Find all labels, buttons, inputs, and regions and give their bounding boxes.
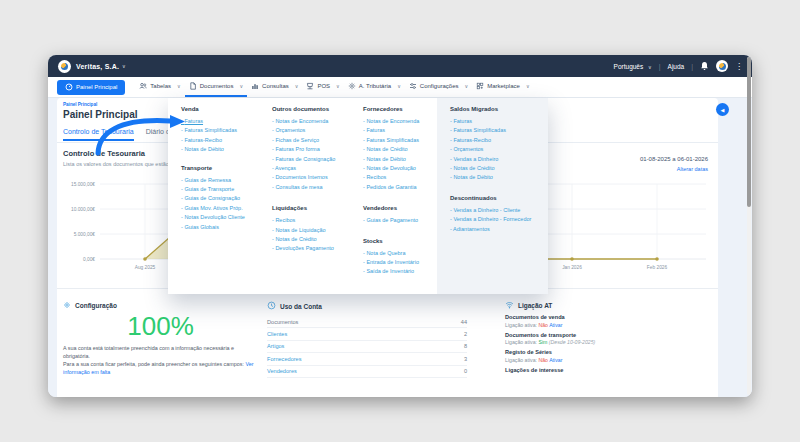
menu-item[interactable]: Faturas-Recibo: [181, 136, 267, 145]
usage-row-documentos: Documentos44: [267, 316, 467, 328]
activate-link[interactable]: Ativar: [549, 357, 562, 363]
menu-item[interactable]: Pedidos de Garantia: [363, 183, 443, 192]
menu-item[interactable]: Saída de Inventário: [363, 267, 443, 276]
menu-item[interactable]: Orçamentos: [450, 145, 542, 154]
documentos-dropdown-menu: Venda Faturas Faturas Simplificadas Fatu…: [168, 98, 548, 294]
tab-controlo-de-tesouraria[interactable]: Controlo de Tesouraria: [63, 128, 134, 141]
menu-group-saldos-migrados: Saldos Migrados Faturas Faturas Simplifi…: [450, 106, 542, 183]
nav-pos[interactable]: POS∨: [302, 77, 343, 97]
app-window: Veritas, S.A. ∨ Português ∨ | Ajuda | ⋮ …: [48, 55, 752, 397]
chevron-down-icon: ∨: [295, 83, 299, 89]
date-range: 01-08-2025 a 06-01-2026: [640, 156, 708, 162]
menu-item[interactable]: Fichas de Serviço: [272, 136, 362, 145]
menu-group-venda: Venda Faturas Faturas Simplificadas Fatu…: [181, 106, 267, 155]
menu-item[interactable]: Vendas a Dinheiro: [450, 155, 542, 164]
menu-item[interactable]: Recibos: [363, 173, 443, 182]
menu-item[interactable]: Notas de Débito: [363, 155, 443, 164]
usage-title: Uso da Conta: [280, 303, 322, 310]
menu-item[interactable]: Faturas Simplificadas: [181, 126, 267, 135]
menu-item[interactable]: Notas de Crédito: [272, 235, 362, 244]
usage-row-clientes[interactable]: Clientes2: [267, 328, 467, 340]
scrollbar-thumb[interactable]: [747, 57, 751, 207]
menu-item[interactable]: Guias Mov. Ativos Próp.: [181, 204, 267, 213]
nav-configuracoes[interactable]: Configurações∨: [405, 77, 472, 97]
menu-item[interactable]: Guias de Remessa: [181, 176, 267, 185]
language-selector[interactable]: Português ∨: [614, 63, 652, 70]
usage-row-vendedores[interactable]: Vendedores0: [267, 366, 467, 378]
menu-group-liquidacoes: Liquidações Recibos Notas de Liquidação …: [272, 205, 362, 254]
nav-marketplace[interactable]: Marketplace∨: [472, 77, 533, 97]
menu-item[interactable]: Guias de Transporte: [181, 185, 267, 194]
nav-painel-principal[interactable]: Painel Principal: [57, 80, 125, 95]
menu-group-descontinuados: Descontinuados Vendas a Dinheiro - Clien…: [450, 195, 542, 234]
wifi-icon: [505, 301, 514, 310]
menu-item[interactable]: Notas Devolução Cliente: [181, 213, 267, 222]
menu-item[interactable]: Faturas Pro forma: [272, 145, 362, 154]
change-dates-link[interactable]: Alterar datas: [677, 166, 708, 172]
nav-consultas[interactable]: Consultas∨: [247, 77, 302, 97]
kebab-menu-icon[interactable]: ⋮: [735, 62, 743, 71]
menu-group-transporte: Transporte Guias de Remessa Guias de Tra…: [181, 165, 267, 232]
main-nav: Painel Principal Tabelas∨ Documentos∨ Co…: [48, 77, 752, 98]
menu-item[interactable]: Vendas a Dinheiro - Fornecedor: [450, 215, 542, 224]
bell-icon[interactable]: [700, 61, 709, 72]
menu-item[interactable]: Guias de Consignação: [181, 194, 267, 203]
scrollbar-track[interactable]: [747, 57, 751, 395]
help-link[interactable]: Ajuda: [668, 63, 685, 70]
menu-item[interactable]: Notas de Crédito: [363, 145, 443, 154]
company-name[interactable]: Veritas, S.A.: [76, 63, 119, 70]
at-entry-transporte: Documentos de transporte Ligação ativa: …: [505, 332, 710, 346]
menu-item[interactable]: Faturas-Recibo: [450, 136, 542, 145]
at-entry-series: Registo de Séries Ligação ativa: Não Ati…: [505, 349, 710, 363]
menu-item[interactable]: Faturas: [363, 126, 443, 135]
usage-row-artigos[interactable]: Artigos8: [267, 341, 467, 353]
tax-icon: [348, 82, 356, 91]
dashboard-icon: [65, 83, 73, 92]
menu-item[interactable]: Orçamentos: [272, 126, 362, 135]
at-entry-interesse: Ligações de interesse: [505, 367, 710, 373]
menu-item[interactable]: Devoluções Pagamento: [272, 244, 362, 253]
svg-text:Feb 2026: Feb 2026: [647, 265, 668, 270]
menu-item[interactable]: Faturas Simplificadas: [450, 126, 542, 135]
breadcrumb[interactable]: Painel Principal: [63, 102, 97, 107]
menu-item[interactable]: Notas de Devolução: [363, 164, 443, 173]
avatar[interactable]: [716, 60, 728, 72]
menu-item[interactable]: Faturas: [450, 117, 542, 126]
activate-link[interactable]: Ativar: [549, 322, 562, 328]
menu-item[interactable]: Consultas de mesa: [272, 183, 362, 192]
menu-item[interactable]: Notas de Crédito: [450, 164, 542, 173]
svg-text:10.000,00€: 10.000,00€: [71, 207, 95, 212]
menu-item[interactable]: Faturas Simplificadas: [363, 136, 443, 145]
gear-icon: [63, 301, 71, 310]
chevron-down-icon: ∨: [336, 83, 340, 89]
at-entry-venda: Documentos de venda Ligação ativa: Não A…: [505, 314, 710, 328]
menu-item[interactable]: Guias de Pagamento: [363, 216, 443, 225]
menu-group-stocks: Stocks Nota de Quebra Entrada de Inventá…: [363, 238, 443, 277]
collapse-panel-button[interactable]: ◀: [716, 103, 729, 116]
menu-item[interactable]: Notas de Débito: [450, 173, 542, 182]
menu-item[interactable]: Notas de Liquidação: [272, 226, 362, 235]
menu-item[interactable]: Entrada de Inventário: [363, 258, 443, 267]
menu-item[interactable]: Vendas a Dinheiro - Cliente: [450, 206, 542, 215]
nav-tabelas[interactable]: Tabelas∨: [135, 77, 184, 97]
usage-row-fornecedores[interactable]: Fornecedores3: [267, 353, 467, 365]
menu-item[interactable]: Documentos Internos: [272, 173, 362, 182]
menu-item[interactable]: Recibos: [272, 216, 362, 225]
menu-item[interactable]: Notas de Encomenda: [272, 117, 362, 126]
people-icon: [139, 82, 147, 91]
status-badge: Não: [538, 357, 548, 363]
topbar: Veritas, S.A. ∨ Português ∨ | Ajuda | ⋮: [48, 55, 752, 77]
menu-item[interactable]: Notas de Encomenda: [363, 117, 443, 126]
menu-item[interactable]: Faturas de Consignação: [272, 155, 362, 164]
menu-item-faturas[interactable]: Faturas: [181, 117, 267, 126]
menu-item[interactable]: Adiantamentos: [450, 225, 542, 234]
menu-item[interactable]: Guias Globais: [181, 223, 267, 232]
nav-documentos[interactable]: Documentos∨: [185, 77, 247, 97]
menu-item[interactable]: Avenças: [272, 164, 362, 173]
svg-text:5.000,00€: 5.000,00€: [74, 232, 96, 237]
menu-item[interactable]: Notas de Débito: [181, 145, 267, 154]
nav-a-tributaria[interactable]: A. Tributária∨: [344, 77, 405, 97]
usage-card: Uso da Conta Documentos44 Clientes2 Arti…: [267, 289, 467, 397]
at-card: Ligação AT Documentos de venda Ligação a…: [505, 289, 710, 397]
menu-item[interactable]: Nota de Quebra: [363, 249, 443, 258]
